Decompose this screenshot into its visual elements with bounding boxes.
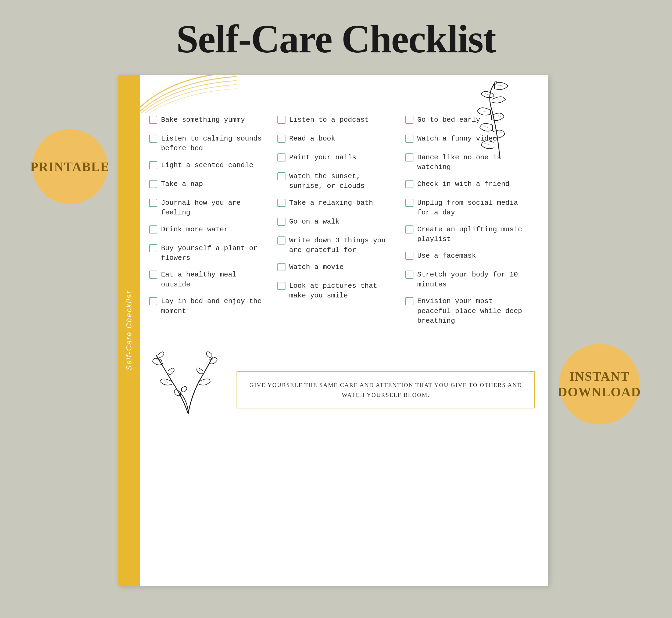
svg-line-6 [498, 131, 502, 133]
list-item: Unplug from social media for a day [405, 196, 525, 220]
svg-line-1 [485, 94, 490, 95]
checkbox-2-7[interactable] [277, 236, 285, 244]
quote-box: Give yourself the same care and attentio… [236, 371, 535, 409]
checkbox-3-6[interactable] [405, 225, 413, 233]
checkbox-3-9[interactable] [405, 297, 413, 305]
list-item: Stretch your body for 10 minutes [405, 268, 525, 292]
svg-line-7 [484, 143, 489, 144]
checklist-column-2: Listen to a podcast Read a book Paint yo… [273, 113, 402, 328]
checkbox-1-7[interactable] [149, 244, 157, 252]
list-item: Listen to a podcast [277, 113, 398, 129]
checkbox-3-4[interactable] [405, 180, 413, 188]
svg-line-4 [497, 115, 501, 117]
checkbox-2-8[interactable] [277, 263, 285, 271]
item-text-3-4: Check in with a friend [417, 179, 509, 189]
item-text-1-8: Eat a healthy meal outside [161, 270, 269, 289]
checkbox-2-2[interactable] [277, 135, 285, 143]
svg-line-0 [495, 85, 503, 86]
item-text-1-3: Light a scented candle [161, 161, 253, 170]
checkbox-3-5[interactable] [405, 199, 413, 207]
checkbox-1-9[interactable] [149, 297, 157, 305]
list-item: Watch a movie [277, 260, 398, 276]
checkbox-3-2[interactable] [405, 135, 413, 143]
bottom-left-plant-decoration [145, 338, 231, 414]
item-text-2-5: Take a relaxing bath [289, 198, 373, 208]
side-label-text: Self-Care Checklist [125, 291, 133, 371]
item-text-1-4: Take a nap [161, 179, 203, 189]
item-text-2-7: Write down 3 things you are grateful for [289, 236, 398, 255]
list-item: Light a scented candle [149, 158, 269, 174]
item-text-1-2: Listen to calming sounds before bed [161, 134, 269, 153]
side-label: Self-Care Checklist [118, 75, 140, 586]
checklist-column-1: Bake something yummy Listen to calming s… [145, 113, 273, 328]
svg-line-8 [164, 380, 168, 383]
checkbox-2-6[interactable] [277, 218, 285, 226]
checkbox-2-1[interactable] [277, 116, 285, 124]
bottom-section: Give yourself the same care and attentio… [145, 338, 535, 414]
instant-download-badge: INSTANT DOWNLOAD [559, 344, 640, 424]
list-item: Envision your most peaceful place while … [405, 294, 525, 328]
list-item: Read a book [277, 132, 398, 148]
list-item: Lay in bed and enjoy the moment [149, 294, 269, 318]
item-text-2-2: Read a book [289, 134, 335, 143]
svg-line-2 [497, 99, 500, 101]
list-item: Buy yourself a plant or flowers [149, 241, 269, 265]
checkbox-3-8[interactable] [405, 271, 413, 279]
checkbox-3-1[interactable] [405, 116, 413, 124]
printable-badge: PRINTABLE [32, 129, 107, 204]
item-text-1-1: Bake something yummy [161, 115, 245, 125]
item-text-1-5: Journal how you are feeling [161, 198, 269, 218]
list-item: Journal how you are feeling [149, 196, 269, 220]
item-text-3-9: Envision your most peaceful place while … [417, 296, 525, 326]
list-item: Listen to calming sounds before bed [149, 132, 269, 156]
gold-decoration [134, 75, 242, 113]
top-right-plant-decoration [460, 78, 540, 164]
svg-line-11 [203, 380, 206, 382]
item-text-2-6: Go on a walk [289, 217, 340, 226]
checkbox-1-4[interactable] [149, 180, 157, 188]
list-item: Drink more water [149, 222, 269, 238]
main-content: PRINTABLE Self-Care Checklist [11, 75, 661, 586]
checkbox-1-6[interactable] [149, 225, 157, 233]
svg-line-3 [482, 111, 487, 112]
item-text-1-9: Lay in bed and enjoy the moment [161, 296, 269, 316]
item-text-2-4: Watch the sunset, sunrise, or clouds [289, 172, 398, 191]
checkbox-2-5[interactable] [277, 199, 285, 207]
checkbox-1-5[interactable] [149, 199, 157, 207]
item-text-2-1: Listen to a podcast [289, 115, 369, 125]
item-text-3-5: Unplug from social media for a day [417, 198, 525, 218]
list-item: Go on a walk [277, 215, 398, 231]
item-text-2-8: Watch a movie [289, 262, 344, 272]
list-item: Take a nap [149, 177, 269, 193]
item-text-2-3: Paint your nails [289, 152, 357, 162]
checkbox-2-4[interactable] [277, 172, 285, 180]
svg-line-5 [483, 126, 488, 128]
checklist-card: Self-Care Checklist [118, 75, 548, 586]
checkbox-3-7[interactable] [405, 252, 413, 260]
checkbox-2-9[interactable] [277, 282, 285, 290]
list-item: Check in with a friend [405, 177, 525, 193]
svg-line-9 [171, 369, 172, 372]
list-item: Take a relaxing bath [277, 196, 398, 212]
checkbox-1-8[interactable] [149, 271, 157, 279]
page-title: Self-Care Checklist [176, 16, 496, 62]
list-item: Bake something yummy [149, 113, 269, 129]
checkbox-3-3[interactable] [405, 153, 413, 162]
quote-text: Give yourself the same care and attentio… [247, 380, 525, 400]
checkbox-2-3[interactable] [277, 153, 285, 162]
checkbox-1-1[interactable] [149, 116, 157, 124]
list-item: Write down 3 things you are grateful for [277, 233, 398, 258]
item-text-2-9: Look at pictures that make you smile [289, 281, 398, 301]
list-item: Paint your nails [277, 150, 398, 167]
right-side: INSTANT DOWNLOAD [559, 129, 640, 424]
list-item: Watch the sunset, sunrise, or clouds [277, 169, 398, 193]
list-item: Use a facemask [405, 249, 525, 265]
list-item: Eat a healthy meal outside [149, 268, 269, 292]
item-text-1-6: Drink more water [161, 225, 228, 234]
item-text-3-8: Stretch your body for 10 minutes [417, 270, 525, 289]
checkbox-1-3[interactable] [149, 161, 157, 169]
checkbox-1-2[interactable] [149, 135, 157, 143]
list-item: Create an uplifting music playlist [405, 222, 525, 246]
list-item: Look at pictures that make you smile [277, 279, 398, 303]
svg-line-12 [199, 369, 200, 372]
